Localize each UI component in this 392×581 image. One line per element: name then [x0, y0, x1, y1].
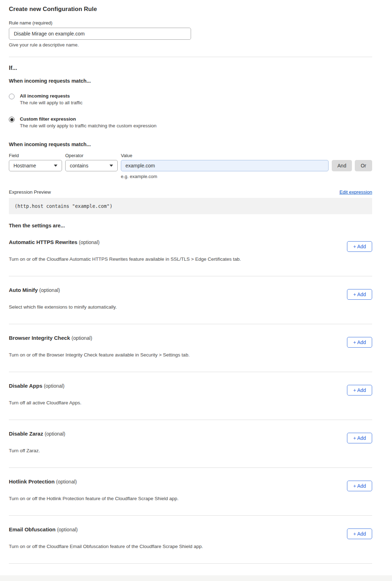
- expression-builder-heading: When incoming requests match...: [9, 142, 372, 147]
- optional-tag: (optional): [45, 431, 65, 437]
- then-settings-heading: Then the settings are...: [9, 223, 372, 228]
- setting-description: Turn on or off the Hotlink Protection fe…: [9, 496, 372, 501]
- builder-column-labels: Field Operator Value: [9, 153, 372, 158]
- chevron-down-icon: [110, 165, 113, 167]
- add-disable-zaraz-button[interactable]: + Add: [347, 433, 372, 443]
- radio-option-all-requests[interactable]: All incoming requests The rule will appl…: [9, 93, 372, 105]
- rule-name-label: Rule name (required): [9, 20, 372, 26]
- optional-tag: (optional): [39, 287, 60, 293]
- expression-preview-code: (http.host contains "example.com"): [9, 198, 372, 214]
- setting-title: Email Obfuscation (optional): [9, 526, 78, 532]
- radio-description: The rule will only apply to traffic matc…: [20, 123, 156, 128]
- optional-tag: (optional): [56, 479, 77, 485]
- expression-builder-row: Hostname contains And Or: [9, 160, 372, 171]
- setting-description: Turn on or off the Browser Integrity Che…: [9, 352, 372, 358]
- setting-section-auto-minify: Auto Minify (optional) + Add Select whic…: [9, 276, 372, 324]
- match-type-heading: When incoming requests match...: [9, 78, 372, 84]
- add-email-obfuscation-button[interactable]: + Add: [347, 529, 372, 539]
- radio-description: The rule will apply to all traffic: [20, 100, 83, 105]
- optional-tag: (optional): [72, 335, 92, 341]
- edit-expression-link[interactable]: Edit expression: [340, 189, 372, 195]
- value-help-text: e.g. example.com: [121, 174, 372, 179]
- rule-name-input[interactable]: [9, 28, 191, 40]
- radio-label: All incoming requests: [20, 93, 83, 99]
- expression-preview-label: Expression Preview: [9, 189, 51, 195]
- setting-description: Turn on or off the Cloudflare Automatic …: [9, 256, 372, 262]
- add-browser-integrity-check-button[interactable]: + Add: [347, 337, 372, 348]
- rule-name-help: Give your rule a descriptive name.: [9, 42, 372, 48]
- setting-section-hotlink-protection: Hotlink Protection (optional) + Add Turn…: [9, 468, 372, 516]
- field-column-label: Field: [9, 153, 65, 158]
- setting-title: Automatic HTTPS Rewrites (optional): [9, 239, 100, 245]
- optional-tag: (optional): [79, 239, 100, 245]
- value-column-label: Value: [121, 153, 132, 158]
- setting-title: Disable Zaraz (optional): [9, 431, 65, 437]
- chevron-down-icon: [54, 165, 57, 167]
- add-disable-apps-button[interactable]: + Add: [347, 385, 372, 395]
- and-button[interactable]: And: [332, 160, 352, 171]
- or-button[interactable]: Or: [355, 160, 372, 171]
- setting-title: Disable Apps (optional): [9, 383, 65, 389]
- radio-label: Custom filter expression: [20, 116, 156, 122]
- radio-selected-icon[interactable]: [9, 117, 15, 122]
- setting-section-disable-apps: Disable Apps (optional) + Add Turn off a…: [9, 372, 372, 420]
- value-input[interactable]: [121, 160, 329, 171]
- page-title: Create new Configuration Rule: [9, 6, 372, 13]
- page-bottom-strip: [0, 575, 392, 581]
- setting-description: Select which file extensions to minify a…: [9, 304, 372, 310]
- optional-tag: (optional): [44, 383, 65, 389]
- operator-select-value: contains: [70, 163, 88, 168]
- add-automatic-https-rewrites-button[interactable]: + Add: [347, 241, 372, 252]
- setting-description: Turn on or off the Cloudflare Email Obfu…: [9, 544, 372, 549]
- operator-column-label: Operator: [65, 153, 121, 158]
- section-divider: [9, 57, 372, 57]
- setting-title: Hotlink Protection (optional): [9, 478, 77, 485]
- setting-section-automatic-https-rewrites: Automatic HTTPS Rewrites (optional) + Ad…: [9, 228, 372, 276]
- field-select[interactable]: Hostname: [9, 160, 62, 171]
- if-heading: If...: [9, 65, 372, 71]
- optional-tag: (optional): [57, 527, 78, 532]
- setting-title: Browser Integrity Check (optional): [9, 335, 92, 341]
- create-configuration-rule-form: Create new Configuration Rule Rule name …: [0, 6, 392, 581]
- expression-preview-header: Expression Preview Edit expression: [9, 189, 372, 195]
- setting-section-email-obfuscation: Email Obfuscation (optional) + Add Turn …: [9, 516, 372, 564]
- field-select-value: Hostname: [13, 163, 36, 168]
- radio-option-custom-filter[interactable]: Custom filter expression The rule will o…: [9, 116, 372, 128]
- setting-title: Auto Minify (optional): [9, 287, 60, 293]
- setting-description: Turn off all active Cloudflare Apps.: [9, 400, 372, 405]
- setting-description: Turn off Zaraz.: [9, 448, 372, 453]
- radio-unselected-icon[interactable]: [9, 94, 15, 99]
- add-hotlink-protection-button[interactable]: + Add: [347, 481, 372, 491]
- setting-section-browser-integrity-check: Browser Integrity Check (optional) + Add…: [9, 324, 372, 372]
- operator-select[interactable]: contains: [65, 160, 118, 171]
- setting-section-disable-zaraz: Disable Zaraz (optional) + Add Turn off …: [9, 420, 372, 468]
- add-auto-minify-button[interactable]: + Add: [347, 289, 372, 300]
